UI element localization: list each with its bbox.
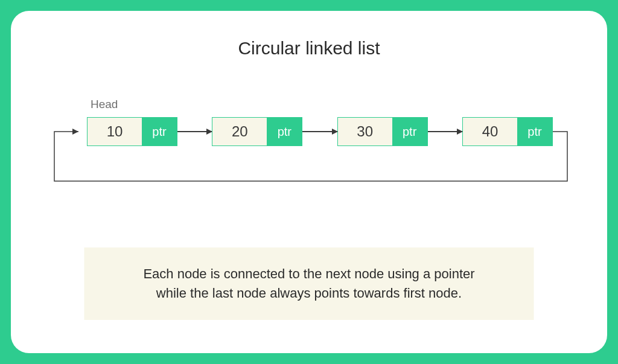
diagram-area: Head 10 ptr 20 ptr 30 ptr (47, 92, 571, 212)
caption-line-1: Each node is connected to the next node … (109, 264, 510, 284)
diagram-title: Circular linked list (47, 38, 571, 59)
arrow-icon (302, 131, 337, 132)
node-data: 40 (463, 118, 517, 145)
caption-line-2: while the last node always points toward… (109, 284, 510, 303)
node-data: 10 (88, 118, 142, 145)
node-ptr: ptr (517, 118, 552, 145)
caption-box: Each node is connected to the next node … (84, 247, 534, 320)
node-data: 20 (212, 118, 267, 145)
node-data: 30 (338, 118, 392, 145)
arrow-icon (428, 131, 462, 132)
node-ptr: ptr (142, 118, 177, 145)
diagram-panel: Circular linked list Head 10 ptr 20 ptr … (11, 11, 607, 353)
node-2: 30 ptr (337, 117, 428, 146)
node-3: 40 ptr (462, 117, 553, 146)
nodes-row: 10 ptr 20 ptr 30 ptr 40 ptr (87, 117, 553, 146)
head-label: Head (91, 98, 118, 111)
loop-arrow-icon (47, 92, 571, 212)
arrow-icon (177, 131, 212, 132)
svg-marker-0 (72, 129, 78, 135)
node-0: 10 ptr (87, 117, 177, 146)
node-ptr: ptr (267, 118, 302, 145)
node-1: 20 ptr (212, 117, 302, 146)
node-ptr: ptr (392, 118, 427, 145)
